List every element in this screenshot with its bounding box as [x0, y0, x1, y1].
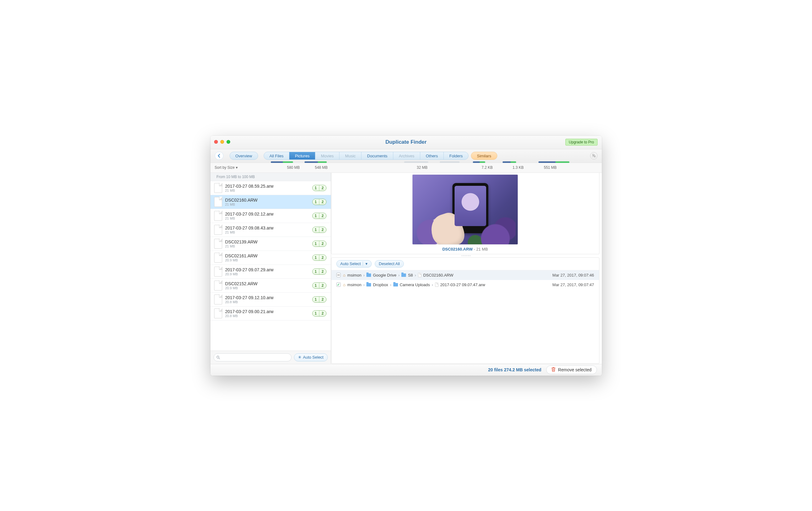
- file-row[interactable]: 2017-03-27 09.02.12.arw21 MB12: [210, 209, 331, 223]
- file-info: DSC02152.ARW20.9 MB: [225, 281, 309, 290]
- size-others: 7.2 KB: [470, 165, 504, 170]
- crumb-segment: Google Drive: [373, 273, 397, 277]
- duplicate-count-pill[interactable]: 12: [312, 296, 326, 302]
- file-row[interactable]: 2017-03-27 09.12.10.arw20.8 MB12: [210, 293, 331, 306]
- file-info: 2017-03-27 09.00.21.arw20.8 MB: [225, 309, 309, 318]
- file-icon: [418, 273, 422, 277]
- search-field[interactable]: [220, 355, 289, 359]
- file-row[interactable]: 2017-03-27 08.59.25.arw21 MB12: [210, 181, 331, 195]
- tab-all-files[interactable]: All Files: [264, 152, 290, 160]
- file-name: 2017-03-27 08.59.25.arw: [225, 184, 309, 189]
- back-button[interactable]: [215, 152, 224, 160]
- maximize-icon[interactable]: [227, 140, 230, 144]
- file-row[interactable]: DSC02139.ARW21 MB12: [210, 237, 331, 251]
- row-date: Mar 27, 2017, 09:07:47: [552, 283, 594, 287]
- duplicate-count-pill[interactable]: 12: [312, 254, 326, 261]
- count-total: 2: [319, 297, 326, 302]
- file-list[interactable]: 2017-03-27 08.59.25.arw21 MB12DSC02160.A…: [210, 181, 331, 351]
- file-icon: [214, 225, 222, 235]
- file-row[interactable]: 2017-03-27 09.00.21.arw20.8 MB12: [210, 306, 331, 321]
- file-icon: [214, 308, 222, 318]
- file-name: 2017-03-27 09.00.21.arw: [225, 309, 309, 314]
- remove-selected-button[interactable]: Remove selected: [546, 366, 597, 374]
- remove-selected-label: Remove selected: [558, 367, 591, 372]
- sidebar-footer: ✳ Auto Select: [210, 351, 331, 364]
- chevron-down-icon[interactable]: ▾: [363, 261, 370, 266]
- file-size: 21 MB: [225, 189, 309, 192]
- file-row[interactable]: DSC02152.ARW20.9 MB12: [210, 279, 331, 293]
- tab-archives[interactable]: Archives: [393, 152, 420, 160]
- file-row[interactable]: DSC02160.ARW21 MB12: [210, 195, 331, 209]
- auto-select-button[interactable]: ✳ Auto Select: [294, 353, 328, 361]
- rss-icon[interactable]: [590, 152, 598, 160]
- file-icon: [214, 183, 222, 193]
- duplicate-count-pill[interactable]: 12: [312, 185, 326, 191]
- count-total: 2: [319, 241, 326, 246]
- search-input[interactable]: [213, 353, 292, 361]
- tab-others[interactable]: Others: [420, 152, 444, 160]
- file-info: DSC02139.ARW21 MB: [225, 239, 309, 248]
- deselect-all-button[interactable]: Deselect All: [375, 260, 404, 268]
- main: From 10 MB to 100 MB 2017-03-27 08.59.25…: [210, 173, 602, 364]
- file-row[interactable]: 2017-03-27 09.08.43.arw21 MB12: [210, 223, 331, 237]
- file-icon: [214, 267, 222, 276]
- count-total: 2: [319, 311, 326, 316]
- file-size: 20.8 MB: [225, 300, 309, 304]
- file-name: 2017-03-27 09.07.29.arw: [225, 267, 309, 272]
- count-total: 2: [319, 283, 326, 288]
- window-title: Duplicate Finder: [385, 139, 427, 145]
- breadcrumb[interactable]: ⌂msimon›Google Drive›S8›DSC02160.ARW: [343, 273, 550, 277]
- crumb-segment: Camera Uploads: [400, 283, 430, 287]
- file-name: DSC02160.ARW: [225, 197, 309, 203]
- folder-icon: [393, 283, 398, 287]
- file-row[interactable]: 2017-03-27 09.07.29.arw20.9 MB12: [210, 265, 331, 279]
- file-row[interactable]: DSC02161.ARW20.9 MB12: [210, 251, 331, 265]
- auto-select-split-button[interactable]: Auto Select ▾: [337, 260, 372, 268]
- tab-music[interactable]: Music: [340, 152, 361, 160]
- tab-documents[interactable]: Documents: [361, 152, 393, 160]
- chevron-left-icon: [218, 154, 221, 158]
- titlebar: Duplicate Finder Upgrade to Pro: [210, 136, 602, 149]
- row-checkbox[interactable]: [337, 273, 341, 277]
- file-icon: [214, 280, 222, 291]
- row-checkbox[interactable]: [337, 283, 341, 287]
- file-icon: [214, 295, 222, 304]
- tabs: Overview All Files Pictures Movies Music…: [230, 152, 580, 160]
- file-size: 20.8 MB: [225, 314, 309, 318]
- breadcrumb[interactable]: ⌂msimon›Dropbox›Camera Uploads›2017-03-2…: [343, 283, 550, 287]
- category-segmented: All Files Pictures Movies Music Document…: [264, 152, 469, 160]
- content: DSC02160.ARW - 21 MB •••••• Auto Select …: [331, 173, 602, 364]
- tab-overview[interactable]: Overview: [230, 152, 258, 160]
- duplicate-row[interactable]: ⌂msimon›Google Drive›S8›DSC02160.ARWMar …: [331, 270, 599, 280]
- group-header: From 10 MB to 100 MB: [210, 173, 331, 181]
- sort-by-dropdown[interactable]: Sort by Size ▾: [215, 165, 238, 170]
- duplicate-count-pill[interactable]: 12: [312, 213, 326, 219]
- preview-size: 21 MB: [476, 247, 488, 251]
- close-icon[interactable]: [214, 140, 218, 144]
- duplicate-count-pill[interactable]: 12: [312, 310, 326, 317]
- size-similars: 551 MB: [532, 165, 568, 170]
- file-icon: [435, 283, 438, 287]
- duplicate-count-pill[interactable]: 12: [312, 283, 326, 289]
- tab-movies[interactable]: Movies: [315, 152, 340, 160]
- duplicate-count-pill[interactable]: 12: [312, 199, 326, 205]
- crumb-segment: msimon: [347, 273, 361, 277]
- duplicate-count-pill[interactable]: 12: [312, 227, 326, 233]
- tab-similars[interactable]: Similars: [471, 152, 497, 160]
- chevron-down-icon: ▾: [236, 165, 238, 170]
- file-info: 2017-03-27 09.07.29.arw20.9 MB: [225, 267, 309, 276]
- auto-select-split-label: Auto Select: [340, 261, 361, 266]
- preview-caption: DSC02160.ARW - 21 MB: [442, 247, 488, 251]
- duplicate-row[interactable]: ⌂msimon›Dropbox›Camera Uploads›2017-03-2…: [331, 280, 599, 290]
- duplicate-count-pill[interactable]: 12: [312, 241, 326, 247]
- size-row: Sort by Size ▾ 580 MB 548 MB 32 MB 7.2 K…: [210, 163, 602, 173]
- upgrade-button[interactable]: Upgrade to Pro: [566, 139, 597, 145]
- duplicate-count-pill[interactable]: 12: [312, 269, 326, 275]
- tab-folders[interactable]: Folders: [444, 152, 468, 160]
- minimize-icon[interactable]: [220, 140, 224, 144]
- resize-grip[interactable]: ••••••: [331, 254, 602, 258]
- preview-panel: DSC02160.ARW - 21 MB: [331, 173, 600, 254]
- tab-pictures[interactable]: Pictures: [289, 152, 315, 160]
- search-icon: [216, 355, 220, 359]
- count-selected: 1: [313, 227, 319, 233]
